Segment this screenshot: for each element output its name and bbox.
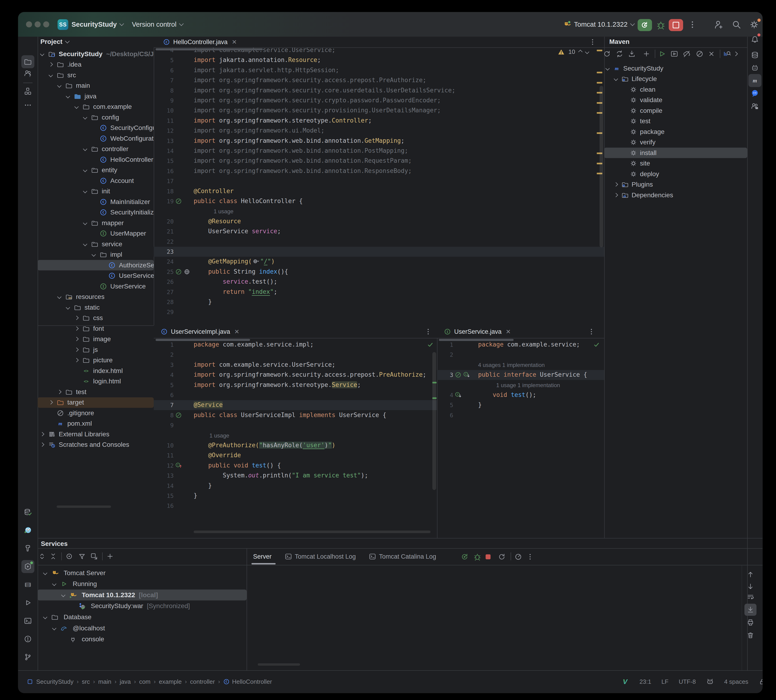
maven-item-lifecycle[interactable]: Lifecycle (604, 74, 747, 84)
maven-item-validate[interactable]: validate (604, 95, 747, 105)
window-close-button[interactable] (26, 22, 32, 27)
rail-version-control[interactable] (22, 650, 34, 663)
maven-tree: mSecurityStudyLifecyclecleanvalidatecomp… (604, 12, 747, 538)
services-item-running[interactable]: Running (38, 578, 247, 590)
code-line[interactable]: public interface UserService { (478, 371, 587, 378)
line-ending[interactable]: LF (661, 678, 669, 685)
rail-database[interactable] (748, 48, 761, 62)
code-line[interactable]: package com.example.service; (478, 341, 580, 348)
maven-item-clean[interactable]: clean (604, 84, 747, 95)
maven-item-deploy[interactable]: deploy (604, 169, 747, 179)
rail-more-tool-windows[interactable] (22, 98, 34, 112)
log-hscrollbar[interactable] (258, 663, 300, 666)
vertical-scrollbar[interactable] (599, 86, 603, 247)
maven-item-install[interactable]: install (604, 148, 747, 158)
log-print-button[interactable] (744, 617, 756, 628)
log-scrollend-button[interactable] (744, 604, 756, 616)
rail-services[interactable] (22, 560, 34, 573)
services-item-@localhost[interactable]: @localhost (38, 623, 247, 633)
tab-close-icon[interactable]: ✕ (234, 328, 239, 335)
rail-run[interactable] (22, 596, 34, 609)
breadcrumb-example[interactable]: example (159, 678, 182, 685)
usage-inlay[interactable]: 1 usage 1 implementation (496, 382, 560, 388)
breadcrumb-com[interactable]: com (139, 678, 150, 685)
log-wrap-button[interactable] (744, 591, 756, 603)
globechev-icon[interactable] (253, 258, 259, 265)
tab-close-icon[interactable]: ✕ (506, 328, 511, 335)
editor-userservice[interactable]: 1package com.example.service;24 usages 1… (437, 325, 604, 538)
breadcrumb-securitystudy[interactable]: SecurityStudy (36, 678, 73, 685)
editor-tab-hellocontroller.java[interactable]: CHelloController.java✕ (163, 38, 237, 46)
services-item-database[interactable]: Database (38, 612, 247, 622)
editor-tab-userservice.java[interactable]: IUserService.java✕ (444, 328, 511, 335)
dbcheck-icon (24, 508, 32, 517)
selected-tab-underline (252, 563, 275, 565)
rail-maven-tool[interactable]: m (748, 74, 761, 87)
lock-icon[interactable] (759, 678, 763, 685)
gutter-bean-icon[interactable] (455, 372, 462, 379)
services-item-console[interactable]: console (38, 634, 247, 645)
breadcrumb-src[interactable]: src (82, 678, 90, 685)
breadcrumbs[interactable]: SecurityStudy›src›main›java›com›example›… (27, 670, 272, 693)
log-up-button[interactable] (744, 568, 756, 580)
svg-text:C: C (163, 330, 165, 333)
maven-item-verify[interactable]: verify (604, 137, 747, 148)
log-output[interactable]: 07-Jun-2024 15:18:19.454 INFO [RMI TCP C… (247, 565, 742, 670)
maven-item-test[interactable]: test (604, 116, 747, 127)
rail-ai-chat[interactable] (748, 87, 761, 100)
gutter-impldown-icon[interactable]: I (463, 372, 470, 379)
services-item-securitystudy:war[interactable]: SecurityStudy:war[Synchronized] (38, 601, 247, 612)
rail-database-changes[interactable] (22, 506, 34, 519)
status-widgets[interactable]: V23:1LFUTF-84 spaces (621, 670, 763, 693)
rail-gopher-plugin[interactable] (22, 524, 34, 537)
rail-notifications[interactable] (748, 33, 761, 46)
plug-icon (69, 635, 77, 643)
rail-build[interactable] (22, 542, 34, 555)
encoding[interactable]: UTF-8 (679, 678, 696, 685)
editor-options-icon[interactable] (587, 328, 595, 337)
indent-setting[interactable]: 4 spaces (724, 678, 748, 685)
tab-close-icon[interactable]: ✕ (232, 38, 237, 46)
log-gauge-button[interactable] (514, 553, 522, 562)
log-tab-server[interactable]: Server (253, 553, 272, 560)
gutter-impldown-icon[interactable]: I (455, 392, 462, 400)
ai-icon[interactable] (706, 678, 714, 686)
rail-problems-brackets[interactable]: [ ] (22, 578, 34, 591)
rail-project[interactable] (22, 55, 34, 68)
log-tab-tomcat-catalina-log[interactable]: Tomcat Catalina Log (369, 553, 436, 560)
breadcrumb-hellocontroller[interactable]: HelloController (232, 678, 272, 685)
breadcrumb-controller[interactable]: controller (190, 678, 215, 685)
rail-learn[interactable]: ? (22, 67, 34, 80)
breadcrumb-java[interactable]: java (120, 678, 131, 685)
usage-inlay[interactable]: 4 usages 1 implementation (478, 362, 545, 368)
maven-item-securitystudy[interactable]: mSecurityStudy (604, 63, 747, 73)
editor-options-icon[interactable] (424, 328, 432, 337)
inspection-widget[interactable]: 10 (558, 48, 589, 55)
rail-structure[interactable] (22, 85, 34, 98)
log-rerung-button[interactable] (461, 553, 469, 562)
maven-item-package[interactable]: package (604, 127, 747, 137)
log-refresh-button[interactable] (498, 553, 506, 562)
breadcrumb-main[interactable]: main (98, 678, 111, 685)
code-line[interactable]: void test(); (478, 391, 536, 398)
log-trash-button[interactable] (744, 629, 756, 641)
maven-item-compile[interactable]: compile (604, 105, 747, 116)
vertical-scrollbar[interactable] (432, 352, 436, 490)
rail-terminal[interactable] (22, 614, 34, 627)
rail-collaboration[interactable] (748, 100, 761, 113)
editor-tab-userserviceimpl.java[interactable]: CUserServiceImpl.java✕ (161, 328, 239, 335)
services-item-tomcat-10.1.2322[interactable]: Tomcat 10.1.2322[local] (38, 590, 247, 600)
code-line[interactable]: } (478, 401, 482, 408)
log-tab-tomcat-localhost-log[interactable]: Tomcat Localhost Log (285, 553, 356, 560)
caret-position[interactable]: 23:1 (639, 678, 651, 685)
services-item-tomcat-server[interactable]: Tomcat Server (38, 567, 247, 578)
maven-item-dependencies[interactable]: Dependencies (604, 190, 747, 200)
log-debugg-button[interactable] (474, 553, 481, 562)
rail-plugin[interactable] (748, 62, 761, 75)
rail-problems[interactable] (22, 632, 34, 645)
log-stopr-button[interactable] (484, 553, 492, 562)
editor-options-icon[interactable] (589, 38, 596, 47)
maven-item-plugins[interactable]: Plugins (604, 179, 747, 190)
log-kebab-button[interactable] (526, 553, 534, 562)
maven-item-site[interactable]: site (604, 158, 747, 169)
